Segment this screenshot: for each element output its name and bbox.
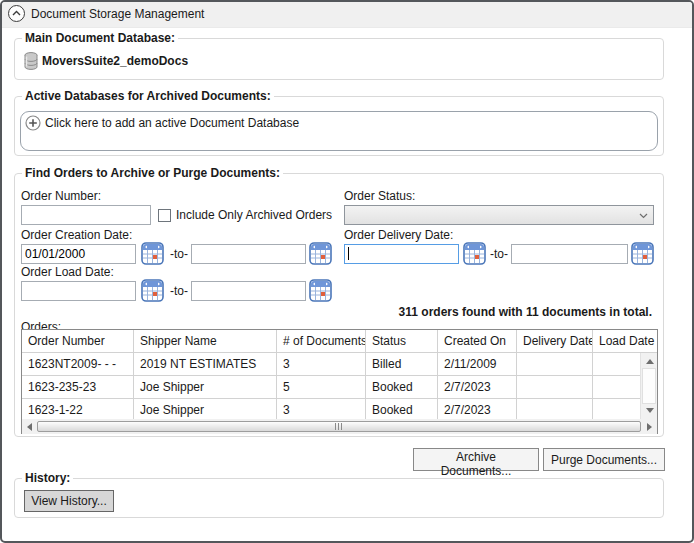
table-cell	[593, 399, 640, 421]
main-database-group-label: Main Document Database:	[22, 31, 178, 45]
plus-icon	[25, 115, 41, 131]
history-group-label: History:	[22, 471, 73, 485]
collapse-button[interactable]	[8, 5, 25, 22]
load-from-calendar-button[interactable]	[141, 279, 164, 302]
order-status-dropdown[interactable]	[344, 205, 654, 225]
table-cell: 1623-1-22	[22, 399, 134, 421]
expander-header[interactable]: Document Storage Management	[2, 2, 692, 28]
calendar-icon	[141, 279, 164, 302]
table-cell: 5	[277, 376, 366, 398]
creation-date-label: Order Creation Date:	[21, 228, 132, 242]
delivery-to-calendar-button[interactable]	[631, 242, 654, 265]
column-header-delivery-date[interactable]: Delivery Date	[517, 330, 593, 352]
purge-documents-button[interactable]: Purge Documents...	[543, 448, 665, 471]
view-history-button[interactable]: View History...	[24, 490, 114, 512]
creation-date-to-input[interactable]	[191, 244, 306, 264]
calendar-icon	[309, 242, 332, 265]
table-cell: 1623-235-23	[22, 376, 134, 398]
delivery-date-to-input[interactable]	[511, 244, 628, 264]
delivery-date-from-input[interactable]	[344, 244, 459, 264]
main-database-name: MoversSuite2_demoDocs	[42, 54, 188, 68]
chevron-up-icon	[11, 8, 22, 19]
table-cell: 2/7/2023	[438, 399, 517, 421]
panel-title: Document Storage Management	[31, 2, 204, 27]
table-cell: Booked	[366, 399, 438, 421]
active-databases-group-label: Active Databases for Archived Documents:	[22, 89, 274, 103]
to-separator: -to-	[167, 284, 191, 298]
table-cell: 3	[277, 399, 366, 421]
add-database-button[interactable]: Click here to add an active Document Dat…	[24, 114, 654, 133]
table-cell: Joe Shipper	[134, 399, 277, 421]
scroll-down-icon[interactable]	[646, 408, 654, 413]
add-database-label: Click here to add an active Document Dat…	[45, 116, 299, 130]
table-cell	[517, 376, 593, 398]
table-cell	[593, 353, 640, 375]
table-cell: 1623NT2009- - -	[22, 353, 134, 375]
calendar-icon	[631, 242, 654, 265]
table-cell: Billed	[366, 353, 438, 375]
scroll-right-icon[interactable]	[647, 423, 652, 431]
orders-table: Order Number Shipper Name # of Documents…	[21, 329, 658, 434]
history-group: History: View History...	[14, 478, 664, 518]
calendar-icon	[309, 279, 332, 302]
calendar-icon	[463, 242, 486, 265]
scroll-up-icon[interactable]	[646, 359, 654, 364]
text-caret	[348, 247, 349, 260]
find-orders-group-label: Find Orders to Archive or Purge Document…	[22, 166, 283, 180]
column-header-shipper-name[interactable]: Shipper Name	[134, 330, 277, 352]
find-orders-group: Find Orders to Archive or Purge Document…	[14, 173, 664, 437]
table-row[interactable]: 1623NT2009- - - 2019 NT ESTIMATES 3 Bill…	[22, 353, 640, 376]
column-header-created-on[interactable]: Created On	[438, 330, 517, 352]
table-row[interactable]: 1623-235-23 Joe Shipper 5 Booked 2/7/202…	[22, 376, 640, 399]
to-separator: -to-	[167, 247, 191, 261]
load-date-from-input[interactable]	[21, 281, 136, 301]
column-header-order-number[interactable]: Order Number	[22, 330, 134, 352]
order-status-label: Order Status:	[344, 189, 415, 203]
document-storage-management-panel: Document Storage Management Main Documen…	[0, 0, 694, 543]
creation-date-from-input[interactable]	[21, 244, 136, 264]
table-cell: Booked	[366, 376, 438, 398]
order-number-label: Order Number:	[21, 189, 101, 203]
table-cell: 2/11/2009	[438, 353, 517, 375]
table-cell: Joe Shipper	[134, 376, 277, 398]
chevron-down-icon	[639, 212, 648, 220]
creation-to-calendar-button[interactable]	[309, 242, 332, 265]
include-archived-checkbox[interactable]	[158, 209, 171, 222]
table-cell	[517, 353, 593, 375]
orders-table-header: Order Number Shipper Name # of Documents…	[22, 330, 657, 353]
include-archived-label: Include Only Archived Orders	[176, 208, 332, 222]
column-header-load-date[interactable]: Load Date	[593, 330, 657, 352]
active-databases-list: Click here to add an active Document Dat…	[20, 111, 658, 151]
scrollbar-grip	[335, 423, 344, 430]
table-cell: 2019 NT ESTIMATES	[134, 353, 277, 375]
table-cell: 2/7/2023	[438, 376, 517, 398]
table-cell	[517, 399, 593, 421]
scroll-left-icon[interactable]	[27, 423, 32, 431]
main-database-group: Main Document Database: MoversSuite2_dem…	[14, 38, 664, 80]
order-number-input[interactable]	[21, 205, 151, 225]
archive-documents-button[interactable]: Archive Documents...	[413, 448, 539, 471]
database-icon	[24, 52, 38, 73]
horizontal-scrollbar[interactable]	[22, 419, 657, 434]
column-header-num-documents[interactable]: # of Documents	[277, 330, 366, 352]
to-separator: -to-	[488, 247, 510, 261]
load-date-label: Order Load Date:	[21, 265, 114, 279]
table-cell	[593, 376, 640, 398]
results-summary: 311 orders found with 11 documents in to…	[399, 305, 652, 319]
delivery-date-label: Order Delivery Date:	[344, 228, 453, 242]
orders-table-rows: 1623NT2009- - - 2019 NT ESTIMATES 3 Bill…	[22, 353, 640, 419]
delivery-from-calendar-button[interactable]	[463, 242, 486, 265]
vertical-scrollbar-thumb[interactable]	[642, 368, 656, 404]
table-cell: 3	[277, 353, 366, 375]
column-header-status[interactable]: Status	[366, 330, 438, 352]
active-databases-group: Active Databases for Archived Documents:…	[14, 96, 664, 156]
creation-from-calendar-button[interactable]	[141, 242, 164, 265]
vertical-scrollbar[interactable]	[640, 353, 657, 419]
horizontal-scrollbar-thumb[interactable]	[37, 421, 641, 432]
calendar-icon	[141, 242, 164, 265]
load-date-to-input[interactable]	[191, 281, 306, 301]
load-to-calendar-button[interactable]	[309, 279, 332, 302]
